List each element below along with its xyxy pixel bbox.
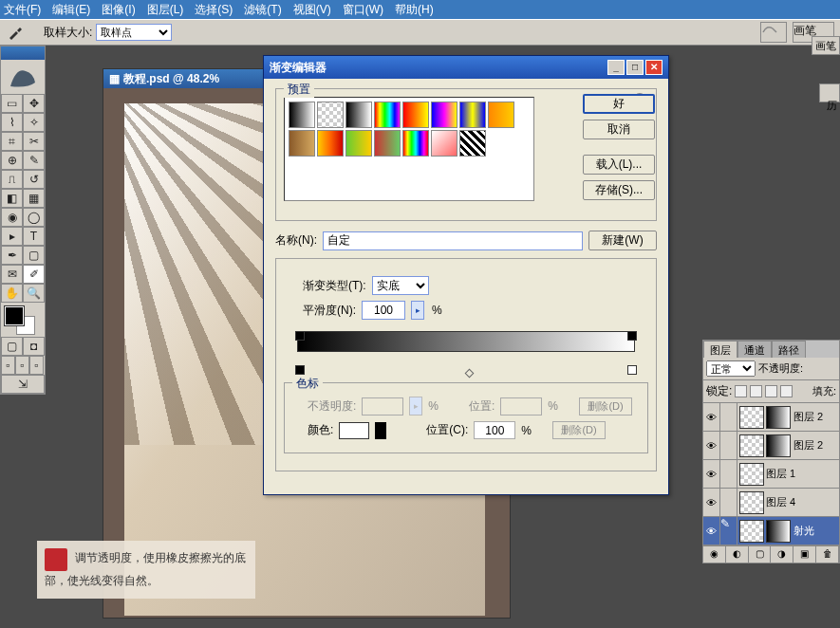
link-cell[interactable]: ✎ — [720, 517, 737, 545]
preset-3[interactable] — [374, 102, 401, 128]
hand-tool[interactable]: ✋ — [1, 284, 23, 303]
wand-tool[interactable]: ✧ — [23, 113, 45, 132]
preset-12[interactable] — [402, 130, 429, 157]
menu-window[interactable]: 窗口(W) — [343, 2, 383, 18]
new-layer-icon[interactable]: ▣ — [793, 546, 816, 563]
sample-size-select[interactable]: 取样点 — [96, 24, 172, 41]
dodge-tool[interactable]: ◯ — [23, 208, 45, 227]
brush-tool[interactable]: ✎ — [23, 151, 45, 170]
layer-row[interactable]: 👁 图层 2 — [703, 403, 839, 432]
shape-tool[interactable]: ▢ — [23, 246, 45, 265]
notes-tool[interactable]: ✉ — [1, 265, 23, 284]
gradient-preview[interactable] — [297, 331, 635, 352]
layer-thumb[interactable] — [739, 463, 764, 486]
name-input[interactable] — [323, 231, 583, 250]
eraser-tool[interactable]: ◧ — [1, 189, 23, 208]
quickmask-mode[interactable]: ◘ — [23, 337, 45, 356]
menu-layer[interactable]: 图层(L) — [147, 2, 184, 18]
load-button[interactable]: 载入(L)... — [583, 155, 655, 175]
minimize-button[interactable]: _ — [607, 60, 625, 75]
visibility-icon[interactable]: 👁 — [703, 460, 720, 489]
maximize-button[interactable]: □ — [626, 60, 644, 75]
gradient-bar[interactable] — [289, 331, 643, 375]
fx-icon[interactable]: ◉ — [703, 546, 726, 563]
layer-row[interactable]: 👁 图层 4 — [703, 489, 839, 517]
crop-tool[interactable]: ⌗ — [1, 132, 23, 151]
visibility-icon[interactable]: 👁 — [703, 517, 720, 545]
jump-to[interactable]: ⇲ — [1, 375, 45, 394]
new-button[interactable]: 新建(W) — [588, 231, 657, 250]
path-tool[interactable]: ▸ — [1, 227, 23, 246]
ok-button[interactable]: 好 — [583, 94, 655, 114]
color-stop-right[interactable] — [627, 365, 637, 375]
brush-tab[interactable]: 画笔 — [812, 36, 840, 55]
pen-tool[interactable]: ✒ — [1, 246, 23, 265]
preset-6[interactable] — [459, 102, 486, 128]
menu-filter[interactable]: 滤镜(T) — [244, 2, 281, 18]
tab-channels[interactable]: 通道 — [737, 341, 772, 358]
preset-7[interactable] — [488, 102, 514, 128]
toolbox-header[interactable] — [1, 46, 45, 60]
lock-paint-icon[interactable] — [750, 385, 762, 397]
opt-icon-1[interactable] — [760, 22, 787, 43]
menu-image[interactable]: 图像(I) — [102, 2, 135, 18]
visibility-icon[interactable]: 👁 — [703, 489, 720, 517]
preset-0[interactable] — [289, 102, 315, 128]
close-button[interactable]: ✕ — [645, 60, 663, 75]
trash-icon[interactable]: 🗑 — [816, 546, 839, 563]
preset-14[interactable] — [459, 130, 486, 157]
lock-all-icon[interactable] — [780, 385, 793, 397]
foreground-color[interactable] — [5, 306, 24, 325]
link-cell[interactable] — [720, 460, 737, 489]
link-cell[interactable] — [720, 403, 737, 432]
stop-position-input-2[interactable] — [474, 421, 515, 439]
layer-row[interactable]: 👁 图层 1 — [703, 460, 839, 489]
stamp-tool[interactable]: ⎍ — [1, 170, 23, 189]
blur-tool[interactable]: ◉ — [1, 208, 23, 227]
marquee-tool[interactable]: ▭ — [1, 94, 23, 113]
layer-row[interactable]: 👁 ✎ 射光 — [703, 517, 839, 545]
stop-color-swatch[interactable] — [339, 422, 369, 439]
menu-file[interactable]: 文件(F) — [4, 2, 41, 18]
move-tool[interactable]: ✥ — [23, 94, 45, 113]
screen-mode-1[interactable]: ▫ — [1, 356, 15, 375]
type-tool[interactable]: T — [23, 227, 45, 246]
menu-view[interactable]: 视图(V) — [293, 2, 331, 18]
smooth-input[interactable] — [362, 301, 405, 320]
heal-tool[interactable]: ⊕ — [1, 151, 23, 170]
folder-icon[interactable]: ▢ — [749, 546, 772, 563]
preset-1[interactable] — [317, 102, 344, 128]
history-brush-tool[interactable]: ↺ — [23, 170, 45, 189]
menu-help[interactable]: 帮助(H) — [395, 2, 434, 18]
midpoint-icon[interactable] — [465, 369, 475, 379]
layer-thumb[interactable] — [739, 491, 764, 514]
lasso-tool[interactable]: ⌇ — [1, 113, 23, 132]
screen-mode-2[interactable]: ▫ — [15, 356, 29, 375]
type-select[interactable]: 实底 — [372, 276, 429, 295]
preset-13[interactable] — [431, 130, 457, 157]
color-arrow-icon[interactable]: ▸ — [375, 422, 386, 439]
preset-2[interactable] — [345, 102, 372, 128]
history-tab[interactable]: 历 — [819, 83, 840, 102]
tab-layers[interactable]: 图层 — [703, 341, 737, 358]
adjust-icon[interactable]: ◑ — [771, 546, 793, 563]
layer-row[interactable]: 👁 图层 2 — [703, 432, 839, 460]
lock-trans-icon[interactable] — [735, 385, 747, 397]
opacity-stop-right[interactable] — [627, 331, 637, 341]
opacity-stop-left[interactable] — [295, 331, 305, 341]
smooth-spinner[interactable]: ▸ — [411, 301, 424, 320]
menu-edit[interactable]: 编辑(E) — [52, 2, 90, 18]
preset-11[interactable] — [374, 130, 401, 157]
mask-thumb[interactable] — [766, 520, 791, 543]
visibility-icon[interactable]: 👁 — [703, 432, 720, 460]
preset-4[interactable] — [402, 102, 429, 128]
layer-thumb[interactable] — [739, 406, 764, 429]
gradient-tool[interactable]: ▦ — [23, 189, 45, 208]
color-stop-left[interactable] — [295, 365, 305, 375]
tab-paths[interactable]: 路径 — [772, 341, 806, 358]
zoom-tool[interactable]: 🔍 — [23, 284, 45, 303]
preset-10[interactable] — [345, 130, 372, 157]
save-button[interactable]: 存储(S)... — [583, 180, 655, 200]
color-swatches[interactable] — [1, 303, 45, 337]
visibility-icon[interactable]: 👁 — [703, 403, 720, 432]
